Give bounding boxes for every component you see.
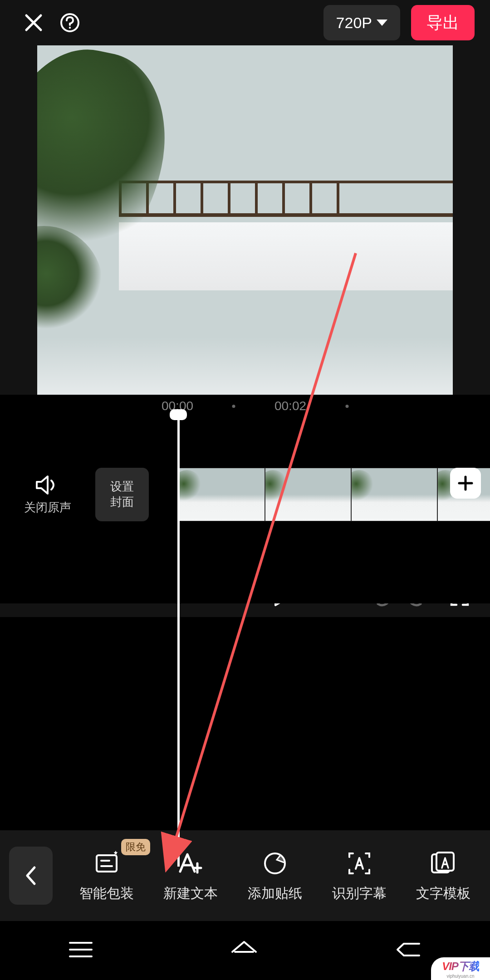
menu-icon	[68, 940, 93, 959]
tool-label: 智能包装	[79, 884, 134, 903]
clip-thumb[interactable]	[351, 468, 437, 521]
resolution-label: 720P	[336, 14, 372, 32]
nav-back-icon	[395, 940, 422, 959]
plus-icon	[458, 475, 473, 491]
tool-recognize-subtitle[interactable]: 识别字幕	[332, 849, 387, 903]
bottom-toolbar: 限免 智能包装 新建文本 添加贴纸 识别字幕 文字模板	[0, 830, 490, 921]
back-button[interactable]	[9, 847, 53, 905]
text-template-icon	[430, 851, 456, 876]
clip-thumb[interactable]	[179, 468, 265, 521]
close-icon	[24, 13, 44, 33]
home-icon	[230, 939, 259, 960]
smart-pack-icon	[94, 851, 119, 876]
free-badge: 限免	[121, 839, 150, 855]
speaker-icon	[35, 474, 60, 496]
tool-label: 添加贴纸	[248, 884, 302, 903]
top-bar: 720P 导出	[0, 0, 490, 45]
ruler-mark-2: 00:02	[274, 399, 306, 413]
ruler-tick	[232, 405, 235, 408]
tool-text-template[interactable]: 文字模板	[416, 849, 470, 903]
nav-menu-button[interactable]	[68, 940, 93, 961]
svg-rect-2	[97, 855, 117, 872]
tool-list: 限免 智能包装 新建文本 添加贴纸 识别字幕 文字模板	[64, 849, 490, 903]
chevron-down-icon	[377, 20, 387, 26]
svg-point-3	[265, 853, 285, 873]
add-clip-button[interactable]	[450, 468, 481, 499]
mute-label: 关闭原声	[24, 500, 71, 515]
new-text-icon	[177, 851, 204, 876]
tool-new-text[interactable]: 新建文本	[163, 849, 218, 903]
tool-smart-pack[interactable]: 限免 智能包装	[79, 849, 134, 903]
tool-label: 识别字幕	[332, 884, 387, 903]
close-button[interactable]	[15, 5, 52, 41]
ruler-tick	[346, 405, 349, 408]
watermark: VIP下载 viphuiyuan.cn	[431, 957, 490, 980]
subtitle-icon	[347, 851, 372, 876]
device-nav-bar	[0, 921, 490, 980]
svg-point-1	[69, 27, 71, 29]
nav-back-button[interactable]	[395, 940, 422, 961]
help-button[interactable]	[52, 5, 88, 41]
svg-rect-5	[436, 853, 454, 871]
resolution-button[interactable]: 720P	[323, 5, 400, 40]
video-clip-strip[interactable]	[179, 468, 490, 521]
export-button[interactable]: 导出	[411, 5, 475, 40]
video-track-row: 关闭原声 设置 封面	[0, 449, 490, 540]
chevron-left-icon	[24, 866, 37, 886]
tool-label: 文字模板	[416, 884, 470, 903]
export-label: 导出	[426, 12, 459, 34]
mute-toggle[interactable]: 关闭原声	[0, 474, 95, 515]
timeline-ruler[interactable]: 00:00 00:02	[0, 395, 490, 417]
timeline[interactable]: 00:00 00:02 关闭原声 设置 封面	[0, 395, 490, 603]
sticker-icon	[262, 851, 288, 876]
set-cover-button[interactable]: 设置 封面	[95, 468, 149, 521]
clip-thumb[interactable]	[265, 468, 351, 521]
tool-label: 新建文本	[163, 884, 218, 903]
nav-home-button[interactable]	[230, 939, 259, 962]
tool-add-sticker[interactable]: 添加贴纸	[248, 849, 302, 903]
playhead[interactable]	[177, 414, 180, 867]
help-icon	[59, 12, 80, 33]
